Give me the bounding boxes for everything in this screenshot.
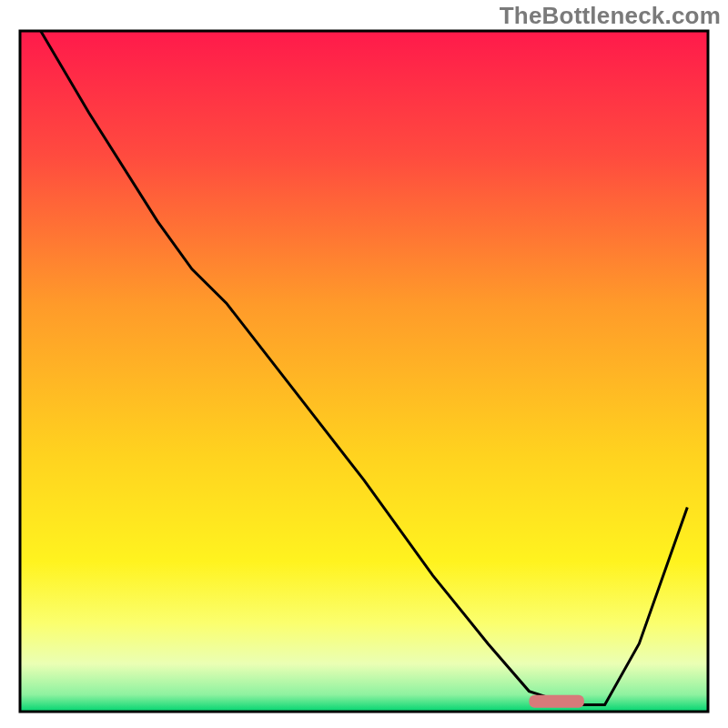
bottleneck-chart: TheBottleneck.com: [0, 0, 728, 728]
chart-svg: [0, 0, 728, 728]
optimum-marker: [529, 695, 583, 708]
plot-background: [20, 31, 708, 712]
watermark-label: TheBottleneck.com: [500, 2, 721, 30]
